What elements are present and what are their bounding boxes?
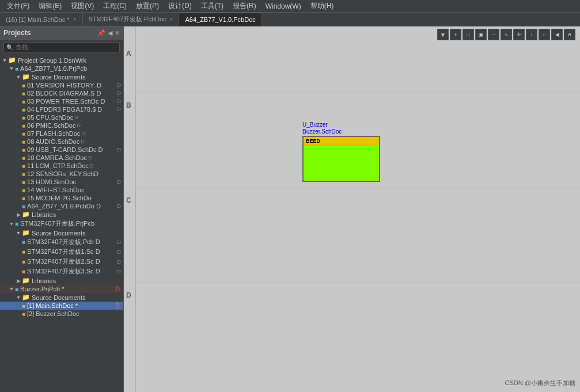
sch-icon: ■ bbox=[22, 311, 25, 317]
menu-place[interactable]: 放置(P) bbox=[131, 0, 164, 12]
tree-item-a64-src[interactable]: ▼ 📁 Source Documents bbox=[0, 73, 123, 81]
tree-item-file-08[interactable]: ■ 08 AUDIO.SchDoc D bbox=[0, 138, 123, 146]
tree-item-file-04[interactable]: ■ 04 LPDDR3 FBGA178.$ D D bbox=[0, 105, 123, 113]
tree-item-stm-file-4[interactable]: ■ STM32F407开发板3.Sc D D bbox=[0, 267, 123, 276]
component-box[interactable]: BEED bbox=[302, 136, 380, 182]
tree-item-file-05[interactable]: ■ 05 CPU.SchDoc D bbox=[0, 113, 123, 121]
tree-item-stm-file-3[interactable]: ■ STM32F407开发板2.Sc D D bbox=[0, 257, 123, 267]
sch-icon: ■ bbox=[22, 123, 25, 129]
rect2-tool-btn[interactable]: ▣ bbox=[475, 29, 487, 40]
tree-item-stm-file-2[interactable]: ■ STM32F407开发板1.Sc D D bbox=[0, 247, 123, 257]
row-label-d: D bbox=[126, 291, 131, 299]
item-label: STM32F407开发板.Pcb D bbox=[27, 238, 117, 246]
sch-icon: ■ bbox=[22, 187, 25, 193]
sch-icon: ■ bbox=[22, 106, 25, 113]
filter-tool-btn[interactable]: ▼ bbox=[437, 29, 449, 40]
tree-item-buzzer-prj[interactable]: ▼ ■ Buzzer.PrjPcb * D bbox=[0, 285, 123, 293]
tab-a64-pcb[interactable]: A64_ZB77_V1.0.PcbDoc bbox=[179, 13, 261, 26]
search-input[interactable] bbox=[16, 44, 117, 51]
tree-item-file-03[interactable]: ■ 03 POWER TREE.SchDc D D bbox=[0, 97, 123, 105]
tree-item-stm-src[interactable]: ▼ 📁 Source Documents bbox=[0, 229, 123, 237]
pin-icon[interactable]: 📌 bbox=[97, 29, 105, 37]
watermark: CSDN @小幽余生不加糖 bbox=[505, 379, 575, 387]
tree-item-buzzer-src[interactable]: ▼ 📁 Source Documents bbox=[0, 293, 123, 302]
tree-item-stm-file-1[interactable]: ■ STM32F407开发板.Pcb D D bbox=[0, 237, 123, 247]
tree-item-buzzer-main[interactable]: ■ [1] Main.SchDoc * D bbox=[0, 302, 123, 310]
file-badge: D bbox=[117, 106, 122, 112]
component-doc: Buzzer.SchDoc bbox=[302, 128, 380, 135]
sch-icon: ■ bbox=[22, 171, 25, 177]
tree-item-file-14[interactable]: ■ 14 WIFI+BT.SchDoc bbox=[0, 186, 123, 194]
menu-tools[interactable]: 工具(T) bbox=[196, 0, 228, 12]
tree-item-buzzer-sch2[interactable]: ■ [2] Buzzer.SchDoc bbox=[0, 310, 123, 318]
v-divider bbox=[135, 26, 136, 392]
more-tool-btn[interactable]: ↔ bbox=[539, 29, 550, 40]
sch-icon: ■ bbox=[22, 179, 25, 185]
menu-window[interactable]: Window(W) bbox=[261, 1, 306, 12]
arrow-tool-btn[interactable]: ↕ bbox=[526, 29, 537, 40]
tree-item-file-13[interactable]: ■ 13 HDMI.SchDoc D bbox=[0, 178, 123, 186]
folder-icon: 📁 bbox=[22, 229, 30, 237]
line-tool-btn[interactable]: ─ bbox=[488, 29, 499, 40]
tree-item-file-06[interactable]: ■ 06 PMIC.SchDoc D bbox=[0, 121, 123, 130]
file-badge: D bbox=[117, 259, 122, 265]
menubar: 文件(F) 编辑(E) 视图(V) 工程(C) 放置(P) 设计(D) 工具(T… bbox=[0, 0, 580, 13]
item-label: Buzzer.PrjPcb * bbox=[20, 286, 116, 292]
expand-icon: ▼ bbox=[1, 58, 8, 63]
tree-item-file-12[interactable]: ■ 12 SENSORs_KEY.SchD bbox=[0, 170, 123, 178]
sidebar: Projects 📌 ◀ ✕ 🔍 ▼ 📁 bbox=[0, 26, 124, 392]
sch-icon: ■ bbox=[22, 131, 25, 137]
text-tool-btn[interactable]: A bbox=[564, 29, 575, 40]
component-inner-label: BEED bbox=[306, 138, 320, 144]
collapse-icon[interactable]: ◀ bbox=[108, 29, 112, 37]
cross-tool-btn[interactable]: ✛ bbox=[513, 29, 525, 40]
tree-item-stm-lib[interactable]: ▶ 📁 Libraries bbox=[0, 276, 123, 285]
item-label: A64_ZB77_V1.0.PcbDo D bbox=[27, 203, 117, 210]
tree-item-file-07[interactable]: ■ 07 FLASH.SchDoc D bbox=[0, 130, 123, 138]
tree-item-a64-prj[interactable]: ▼ ■ A64_ZB77_V1.0.PrjPcb bbox=[0, 64, 123, 73]
pcb-project-icon: ■ bbox=[15, 286, 18, 292]
file-badge-small: D bbox=[81, 139, 85, 144]
menu-view[interactable]: 视图(V) bbox=[66, 0, 98, 12]
tree-item-file-09[interactable]: ■ 09 USB_T-CARD.SchDc D D bbox=[0, 146, 123, 154]
add-tool-btn[interactable]: + bbox=[450, 29, 461, 40]
tree-item-stm-prj[interactable]: ▼ ■ STM32F407开发板.PrjPcb bbox=[0, 219, 123, 229]
pcb-project-icon: ■ bbox=[15, 220, 18, 227]
item-label: 06 PMIC.SchDoc bbox=[27, 122, 75, 129]
wave-tool-btn[interactable]: ≈ bbox=[501, 29, 512, 40]
tab-stm-pcb[interactable]: STM32F407开发板.PcbDoc × bbox=[83, 13, 180, 26]
menu-help[interactable]: 帮助(H) bbox=[306, 0, 339, 12]
file-badge: D bbox=[117, 82, 122, 88]
tree-item-file-02[interactable]: ■ 02 BLOCK DIAGRAM.S D D bbox=[0, 89, 123, 97]
tree-item-file-01[interactable]: ■ 01 VERSION HISTORY. D D bbox=[0, 81, 123, 89]
file-badge-small: D bbox=[88, 155, 92, 161]
tree-item-file-15[interactable]: ■ 15 MODEM-2G.SchDo bbox=[0, 194, 123, 202]
menu-file[interactable]: 文件(F) bbox=[2, 0, 34, 12]
tab-a64-pcb-label: A64_ZB77_V1.0.PcbDoc bbox=[185, 16, 255, 23]
menu-report[interactable]: 报告(R) bbox=[228, 0, 261, 12]
file-badge-small: D bbox=[90, 163, 94, 169]
tree-item-a64-lib[interactable]: ▶ 📁 Libraries bbox=[0, 210, 123, 219]
close-icon[interactable]: ✕ bbox=[115, 29, 120, 37]
tree-item-file-a64-pcb[interactable]: ■ A64_ZB77_V1.0.PcbDo D D bbox=[0, 202, 123, 210]
item-label: Source Documents bbox=[32, 74, 86, 81]
menu-edit[interactable]: 编辑(E) bbox=[34, 0, 66, 12]
rect-tool-btn[interactable]: □ bbox=[463, 29, 474, 40]
back-tool-btn[interactable]: ◀ bbox=[551, 29, 563, 40]
expand-icon: ▼ bbox=[15, 230, 22, 236]
pcb-icon: ■ bbox=[22, 239, 25, 245]
canvas-toolbar: ▼ + □ ▣ ─ ≈ ✛ ↕ ↔ ◀ A bbox=[437, 29, 575, 40]
menu-project[interactable]: 工程(C) bbox=[98, 0, 131, 12]
tab-main-sch[interactable]: (16) [1] Main.SchDoc * × bbox=[0, 13, 83, 26]
tree-item-file-10[interactable]: ■ 10 CAMREA.SchDoc D bbox=[0, 154, 123, 162]
item-label: [1] Main.SchDoc * bbox=[27, 302, 116, 309]
item-label: Project Group 1.DsnWrk bbox=[18, 57, 86, 64]
component-designator: U_Buzzer bbox=[302, 121, 380, 128]
sch-icon: ■ bbox=[22, 115, 25, 121]
tree-item-file-11[interactable]: ■ 11 LCM_CTP.SchDoc D bbox=[0, 162, 123, 170]
menu-design[interactable]: 设计(D) bbox=[164, 0, 196, 12]
tab-stm-pcb-close[interactable]: × bbox=[170, 16, 173, 22]
tree-item-project-group[interactable]: ▼ 📁 Project Group 1.DsnWrk bbox=[0, 56, 123, 64]
item-label: 12 SENSORs_KEY.SchD bbox=[27, 170, 98, 177]
tab-main-sch-close[interactable]: × bbox=[73, 16, 77, 22]
